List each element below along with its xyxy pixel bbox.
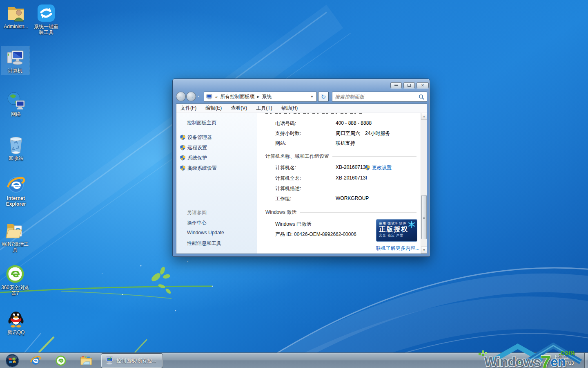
sidebar-performance-tools[interactable]: 性能信息和工具: [187, 240, 221, 247]
uac-shield-icon: [180, 155, 185, 161]
icon-label: 腾讯QQ: [2, 330, 30, 335]
address-dropdown-icon[interactable]: ▼: [307, 95, 316, 99]
sidebar-link-label: 设备管理器: [187, 135, 212, 140]
desktop-icon-internet-explorer[interactable]: Internet Explorer: [2, 175, 30, 207]
back-button[interactable]: ←: [176, 92, 186, 101]
product-id: 产品 ID: 00426-OEM-8992662-00006: [275, 231, 356, 238]
menu-bar: 文件(F) 编辑(E) 查看(V) 工具(T) 帮助(H): [176, 104, 427, 113]
show-hidden-icons-button[interactable]: [506, 357, 512, 364]
taskbar-explorer-button[interactable]: [77, 354, 96, 368]
minimize-button[interactable]: [390, 82, 402, 88]
taskbar-clock[interactable]: 上午 11:25 2016/7/13: [546, 354, 582, 366]
menu-file[interactable]: 文件(F): [180, 105, 196, 112]
volume-icon[interactable]: [526, 357, 533, 364]
action-center-icon[interactable]: [516, 357, 523, 364]
scroll-down-button[interactable]: ▼: [421, 247, 427, 254]
taskbar-active-window-control-panel[interactable]: 控制面板\所有控...: [101, 354, 163, 368]
sidebar-control-panel-home[interactable]: 控制面板主页: [187, 119, 216, 126]
refresh-button[interactable]: ↻: [318, 92, 329, 102]
taskbar-ie-button[interactable]: [26, 354, 45, 368]
recycle-bin-icon: [6, 135, 26, 155]
desktop-icon-360-browser[interactable]: 360安全浏览 器7: [1, 264, 29, 296]
folder-icon: [80, 355, 92, 366]
breadcrumb-system[interactable]: 系统: [260, 93, 273, 100]
icon-label: Internet Explorer: [2, 195, 30, 207]
breadcrumb-all-control-panel-items[interactable]: 所有控制面板项: [218, 93, 256, 100]
row-value: 周日至周六 24小时服务: [336, 130, 390, 137]
badge-star-icon: [408, 221, 415, 228]
learn-more-online-link[interactable]: 联机了解更多内容...: [376, 245, 419, 252]
main-content: 电话号码: 400 - 888 - 8888 支持小时数: 周日至周六 24小时…: [257, 113, 421, 254]
crumb-overflow-chevron[interactable]: «: [214, 94, 218, 99]
menu-view[interactable]: 查看(V): [231, 105, 247, 112]
crumb-separator-icon[interactable]: ▶: [256, 95, 260, 99]
desktop-icon-computer[interactable]: 计算机: [1, 46, 29, 75]
change-settings-link[interactable]: 更改设置: [365, 164, 392, 171]
start-button[interactable]: [2, 354, 23, 368]
activation-status: Windows 已激活: [275, 221, 311, 228]
uac-shield-icon: [365, 165, 370, 171]
close-button[interactable]: ×: [416, 82, 429, 88]
show-desktop-button[interactable]: [584, 353, 588, 368]
online-support-link[interactable]: 联机支持: [336, 140, 355, 147]
desktop-icon-reinstall-tool[interactable]: 系统一键重 装工具: [32, 3, 60, 35]
row-label: 计算机描述:: [275, 185, 301, 192]
system-tray: [506, 353, 543, 368]
back-icon: ←: [178, 93, 184, 99]
menu-tools[interactable]: 工具(T): [256, 105, 272, 112]
close-glyph: ×: [421, 83, 424, 88]
row-label: 电话号码:: [275, 120, 296, 127]
row-label: 工作组:: [275, 195, 291, 202]
maximize-button[interactable]: [403, 82, 415, 88]
icon-label: 360安全浏览 器7: [1, 285, 29, 296]
active-task-label: 控制面板\所有控...: [116, 357, 156, 364]
row-value: WORKGROUP: [336, 195, 369, 201]
address-bar[interactable]: « 所有控制面板项 ▶ 系统 ▼: [204, 92, 317, 102]
scroll-down-icon: ▼: [423, 249, 425, 251]
section-title: Windows 激活: [265, 209, 296, 216]
menu-edit[interactable]: 编辑(E): [205, 105, 222, 112]
swap-arrows-icon: [36, 3, 56, 23]
sidebar-windows-update[interactable]: Windows Update: [187, 230, 224, 236]
desktop-icon-win7-activation-tool[interactable]: WIN7激活工 具: [1, 221, 29, 253]
sidebar-advanced-settings[interactable]: 高级系统设置: [180, 165, 217, 172]
icon-label: 计算机: [1, 68, 29, 74]
taskbar-360-browser-button[interactable]: [51, 354, 70, 368]
desktop-icon-recycle-bin[interactable]: 回收站: [2, 135, 30, 161]
sidebar-system-protection[interactable]: 系统保护: [180, 155, 207, 162]
system-window: × ← → ▼ « 所有控制面板项 ▶ 系统 ▼ ↻: [172, 79, 430, 257]
vertical-scrollbar[interactable]: ▲ ▼: [421, 113, 427, 254]
sidebar-action-center[interactable]: 操作中心: [187, 220, 207, 227]
tool-folder-icon: [5, 221, 25, 240]
ie-icon: [6, 175, 26, 195]
section-title: 计算机名称、域和工作组设置: [265, 153, 329, 160]
sidebar-link-label: 系统保护: [187, 155, 207, 161]
maximize-glyph: [408, 84, 411, 87]
forward-button[interactable]: →: [186, 92, 196, 101]
menu-help[interactable]: 帮助(H): [281, 105, 298, 112]
desktop-icon-network[interactable]: 网络: [2, 91, 30, 117]
section-rule: [300, 212, 416, 213]
row-label: 计算机名:: [275, 164, 296, 171]
ie-icon: [30, 355, 41, 366]
scrollbar-thumb[interactable]: [421, 195, 427, 239]
search-icon[interactable]: [419, 94, 424, 100]
desktop-icon-administrator[interactable]: Administr...: [2, 3, 30, 29]
sidebar: 控制面板主页 设备管理器 远程设置 系统保护 高级系统设置 另请参阅 操作中心 …: [176, 113, 257, 254]
see-also-header: 另请参阅: [187, 209, 207, 216]
icon-label: WIN7激活工 具: [1, 241, 29, 253]
icon-label: Administr...: [2, 24, 30, 29]
scroll-up-button[interactable]: ▲: [421, 113, 427, 120]
row-value: XB-20160713I: [336, 175, 367, 181]
network-icon: [6, 91, 26, 110]
recent-pages-dropdown[interactable]: ▼: [197, 95, 200, 98]
search-input[interactable]: [332, 94, 419, 100]
sidebar-device-manager[interactable]: 设备管理器: [180, 134, 212, 141]
sidebar-remote-settings[interactable]: 远程设置: [180, 144, 207, 151]
uac-shield-icon: [180, 135, 185, 140]
clock-date: 2016/7/13: [546, 360, 582, 366]
network-icon[interactable]: [536, 357, 543, 364]
desktop-icon-qq[interactable]: 腾讯QQ: [2, 309, 30, 335]
icon-label: 网络: [2, 111, 30, 117]
badge-line3: 安全 稳定 声誉: [379, 233, 414, 238]
